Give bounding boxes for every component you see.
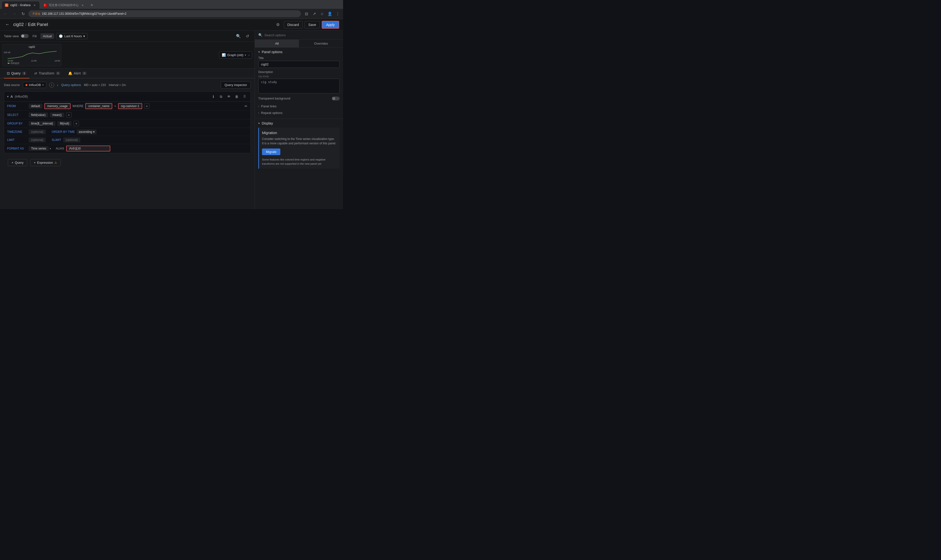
back-button[interactable]: ← bbox=[4, 22, 11, 28]
bookmark-icon[interactable]: ☆ bbox=[318, 10, 326, 17]
right-tab-overrides[interactable]: Overrides bbox=[299, 40, 343, 47]
tab-label-1: cig02 - Grafana bbox=[10, 3, 31, 7]
panel-links-arrow-icon: › bbox=[258, 105, 259, 108]
refresh-button[interactable]: ↺ bbox=[244, 32, 251, 40]
tab-alert-label: Alert bbox=[74, 71, 81, 75]
from-edit-button[interactable]: ✏ bbox=[244, 104, 248, 108]
tab-alert[interactable]: 🔔 Alert 0 bbox=[65, 69, 90, 78]
right-tab-all[interactable]: All bbox=[255, 40, 299, 47]
tab-close-1[interactable]: ✕ bbox=[32, 3, 37, 7]
table-view-switch[interactable] bbox=[21, 34, 29, 38]
select-add-button[interactable]: + bbox=[66, 112, 72, 118]
query-block-visibility[interactable]: 👁 bbox=[226, 94, 232, 100]
select-field-chip[interactable]: field(value) bbox=[29, 112, 48, 117]
description-field-group: Description cig study bbox=[258, 70, 340, 94]
panel-type-chevron-right: › bbox=[249, 54, 249, 57]
tab-transform[interactable]: ⇄ Transform 0 bbox=[31, 69, 63, 78]
transparent-bg-toggle[interactable] bbox=[332, 97, 340, 100]
add-query-button[interactable]: + Query bbox=[8, 159, 27, 166]
panel-options-header[interactable]: ▾ Panel options bbox=[258, 50, 340, 54]
query-block-info[interactable]: ℹ bbox=[210, 94, 216, 100]
browser-tab-2[interactable]: C 写文章-CSDN创作中心 ✕ bbox=[40, 2, 88, 9]
datasource-selector[interactable]: InfluxDB ▾ bbox=[23, 82, 46, 88]
query-block-delete[interactable]: 🗑 bbox=[234, 94, 240, 100]
left-panel: Table view Fill Actual 🕐 Last 6 hours ▾ … bbox=[0, 31, 255, 209]
fill-button[interactable]: Fill bbox=[31, 33, 39, 39]
query-header: Data source InfluxDB ▾ i › Query options… bbox=[4, 82, 251, 88]
from-default-chip[interactable]: default bbox=[29, 104, 42, 109]
actual-button[interactable]: Actual bbox=[40, 33, 54, 39]
panel-type-selector[interactable]: 📊 Graph (old) ▾ › bbox=[219, 51, 252, 58]
tab-query-icon: ⊡ bbox=[7, 71, 10, 75]
groupby-add-button[interactable]: + bbox=[74, 121, 79, 126]
query-block-drag[interactable]: ⠿ bbox=[241, 94, 248, 100]
tab-query[interactable]: ⊡ Query 1 bbox=[4, 69, 29, 78]
datasource-dot bbox=[26, 84, 28, 86]
breadcrumb-dashboard[interactable]: cig02 bbox=[13, 22, 24, 27]
query-block-copy[interactable]: ⧉ bbox=[218, 94, 224, 100]
menu-icon[interactable]: ⋮ bbox=[334, 10, 341, 17]
app-header-actions: ⚙ Discard Save Apply bbox=[274, 21, 339, 29]
panel-links-row[interactable]: › Panel links bbox=[258, 103, 340, 109]
migration-box: Migration Consider switching to the Time… bbox=[258, 128, 340, 169]
title-input[interactable] bbox=[258, 61, 340, 68]
query-options-link[interactable]: Query options bbox=[61, 83, 81, 87]
orderby-value: ascending bbox=[78, 130, 92, 134]
query-format-row: FORMAT AS Time series ▾ ALIAS bbox=[4, 144, 251, 153]
where-value-chip[interactable]: cig-cadvisor-1 bbox=[118, 103, 142, 109]
panel-type-label: Graph (old) bbox=[227, 53, 243, 57]
where-add-button[interactable]: + bbox=[144, 103, 149, 109]
discard-button[interactable]: Discard bbox=[284, 21, 303, 28]
preview-bar: Table view Fill Actual 🕐 Last 6 hours ▾ … bbox=[0, 31, 255, 42]
add-expression-button[interactable]: + Expression ⚠ bbox=[30, 159, 61, 166]
description-textarea[interactable] bbox=[258, 78, 340, 93]
tabs-bar: ⊡ Query 1 ⇄ Transform 0 🔔 Alert 0 bbox=[0, 69, 255, 78]
query-block-a: ▾ A (InfluxDB) ℹ ⧉ 👁 🗑 ⠿ FROM default bbox=[4, 91, 251, 153]
zoom-out-button[interactable]: 🔍 bbox=[235, 32, 242, 40]
tab-close-2[interactable]: ✕ bbox=[81, 3, 85, 7]
query-inspector-button[interactable]: Query inspector bbox=[221, 82, 251, 88]
query-select-row: SELECT field(value) mean() + bbox=[4, 111, 251, 119]
browser-tab-1[interactable]: G cig02 - Grafana ✕ bbox=[2, 2, 40, 9]
format-dropdown[interactable]: Time series ▾ bbox=[29, 146, 51, 151]
display-section-header[interactable]: ▾ Display bbox=[258, 121, 340, 125]
tab-add[interactable]: + bbox=[88, 2, 95, 9]
nav-reload[interactable]: ↻ bbox=[20, 10, 26, 17]
save-button[interactable]: Save bbox=[304, 21, 320, 28]
migration-note: Some features like colored time regions … bbox=[262, 158, 337, 166]
nav-back[interactable]: ← bbox=[2, 10, 9, 17]
limit-input[interactable]: (optional) bbox=[29, 137, 46, 142]
nav-forward[interactable]: → bbox=[11, 10, 18, 17]
time-range-button[interactable]: 🕐 Last 6 hours ▾ bbox=[56, 33, 88, 39]
timezone-input[interactable]: (optional) bbox=[29, 129, 46, 134]
groupby-time-chip[interactable]: time($__interval) bbox=[29, 121, 55, 126]
display-chevron-icon: ▾ bbox=[258, 122, 260, 125]
repeat-options-row[interactable]: › Repeat options bbox=[258, 109, 340, 116]
slimit-input[interactable]: (optional) bbox=[63, 137, 80, 142]
cast-icon[interactable]: ⊟ bbox=[303, 10, 310, 17]
arrow-right-icon: › bbox=[57, 83, 58, 87]
x-label-3: 14:00 bbox=[54, 60, 60, 62]
orderby-dropdown[interactable]: ascending ▾ bbox=[77, 129, 97, 134]
where-field-chip[interactable]: container_name bbox=[85, 103, 112, 109]
groupby-fill-chip[interactable]: fill(null) bbox=[57, 121, 72, 126]
profile-icon[interactable]: 👤 bbox=[326, 10, 333, 17]
limit-label: LIMIT bbox=[7, 138, 27, 142]
query-block-toggle-icon[interactable]: ▾ bbox=[7, 95, 9, 98]
search-input[interactable] bbox=[264, 33, 340, 37]
select-fn-chip[interactable]: mean() bbox=[50, 112, 64, 117]
table-view-toggle: Table view bbox=[4, 34, 29, 38]
migrate-button[interactable]: Migrate bbox=[262, 149, 280, 155]
chevron-down-icon: ▾ bbox=[83, 34, 85, 38]
share-icon[interactable]: ↗ bbox=[311, 10, 318, 17]
from-measurement-chip[interactable]: memory_usage bbox=[45, 103, 71, 109]
from-label: FROM bbox=[7, 105, 27, 108]
repeat-options-arrow-icon: › bbox=[258, 112, 259, 114]
address-input[interactable]: 不安全 192.168.117.131:3000/d/5m7SjBNIk/cig… bbox=[28, 10, 301, 17]
apply-button[interactable]: Apply bbox=[322, 21, 339, 29]
info-icon[interactable]: i bbox=[49, 83, 54, 88]
settings-button[interactable]: ⚙ bbox=[274, 21, 282, 29]
alias-input[interactable] bbox=[66, 146, 110, 151]
chart-container: cig02 100 Mi 10:00 12:00 14:00 内存监控 bbox=[2, 44, 61, 66]
where-keyword: WHERE bbox=[72, 105, 83, 108]
